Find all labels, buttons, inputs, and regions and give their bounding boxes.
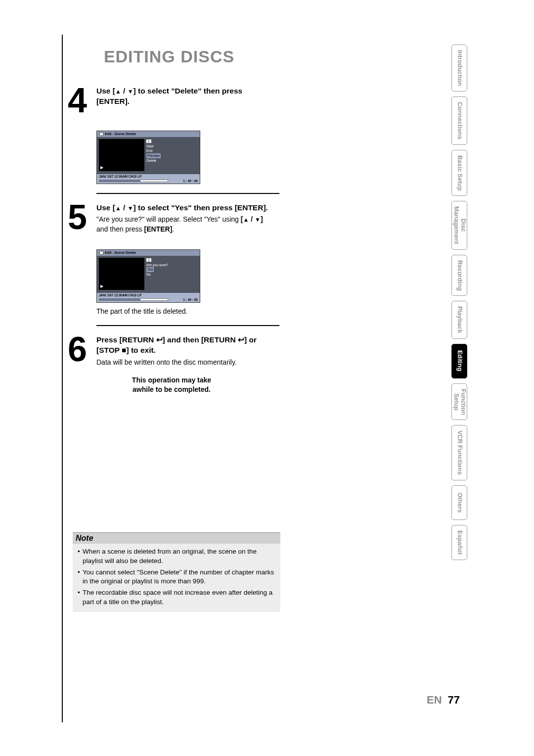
note-item: When a scene is deleted from an original… xyxy=(78,547,275,566)
tab-espanol[interactable]: Español xyxy=(451,525,467,560)
step-5-desc: "Are you sure?" will appear. Select "Yes… xyxy=(96,215,275,234)
step-6: 6 Press [RETURN ↩] and then [RETURN ↩] o… xyxy=(68,335,275,394)
step-4: 4 Use [▲ / ▼] to select "Delete" then pr… xyxy=(68,86,275,116)
step-4-heading: Use [▲ / ▼] to select "Delete" then pres… xyxy=(96,86,275,107)
note-item: The recordable disc space will not incre… xyxy=(78,588,275,607)
preview-pane: ▶ xyxy=(99,139,144,171)
tab-disc-management[interactable]: Disc Management xyxy=(451,201,467,249)
page-number: 77 xyxy=(448,694,460,706)
page-footer: EN77 xyxy=(427,694,460,707)
step-6-desc: Data will be written onto the disc momen… xyxy=(96,358,275,368)
up-icon: ▲ xyxy=(115,88,121,95)
up-icon: ▲ xyxy=(115,205,121,212)
note-section: Note When a scene is deleted from an ori… xyxy=(73,532,280,612)
tab-vcr-functions[interactable]: VCR Functions xyxy=(451,425,467,480)
tab-introduction[interactable]: Introduction xyxy=(451,45,467,92)
step-6-heading: Press [RETURN ↩] and then [RETURN ↩] or … xyxy=(96,335,275,356)
tab-others[interactable]: Others xyxy=(451,485,467,520)
lang-indicator: EN xyxy=(427,694,442,706)
disc-icon xyxy=(99,251,103,255)
play-icon: ▶ xyxy=(100,284,103,288)
step-5: 5 Use [▲ / ▼] to select "Yes" then press… xyxy=(68,203,275,235)
return-icon: ↩ xyxy=(238,335,244,344)
section-tabs: Introduction Connections Basic Setup Dis… xyxy=(451,45,467,560)
note-item: You cannot select "Scene Delete" if the … xyxy=(78,568,275,586)
step-5-result: The part of the title is deleted. xyxy=(96,307,275,317)
return-icon: ↩ xyxy=(156,335,163,344)
down-icon: ▼ xyxy=(128,88,134,95)
tab-connections[interactable]: Connections xyxy=(451,96,467,145)
note-heading: Note xyxy=(73,532,280,544)
tab-editing[interactable]: Editing xyxy=(451,344,467,378)
step-5-heading: Use [▲ / ▼] to select "Yes" then press [… xyxy=(96,203,275,213)
disc-icon xyxy=(99,132,103,136)
down-icon: ▼ xyxy=(128,205,134,212)
tab-function-setup[interactable]: Function Setup xyxy=(451,383,467,421)
step-number: 4 xyxy=(68,86,96,116)
step-6-note: This operation may take awhile to be com… xyxy=(68,376,275,394)
screen-delete-menu: Edit - Scene Delete ▶ 1 Start End Previe… xyxy=(96,131,200,184)
tab-recording[interactable]: Recording xyxy=(451,255,467,296)
screen-confirm: Edit - Scene Delete ▶ 1 Are you sure? Ye… xyxy=(96,249,200,303)
step-number: 6 xyxy=(68,335,96,365)
step-number: 5 xyxy=(68,203,96,233)
page-title: EDITING DISCS xyxy=(63,47,275,66)
tab-playback[interactable]: Playback xyxy=(451,301,467,338)
tab-basic-setup[interactable]: Basic Setup xyxy=(451,150,467,196)
play-icon: ▶ xyxy=(100,165,103,170)
preview-pane: ▶ xyxy=(99,258,144,290)
